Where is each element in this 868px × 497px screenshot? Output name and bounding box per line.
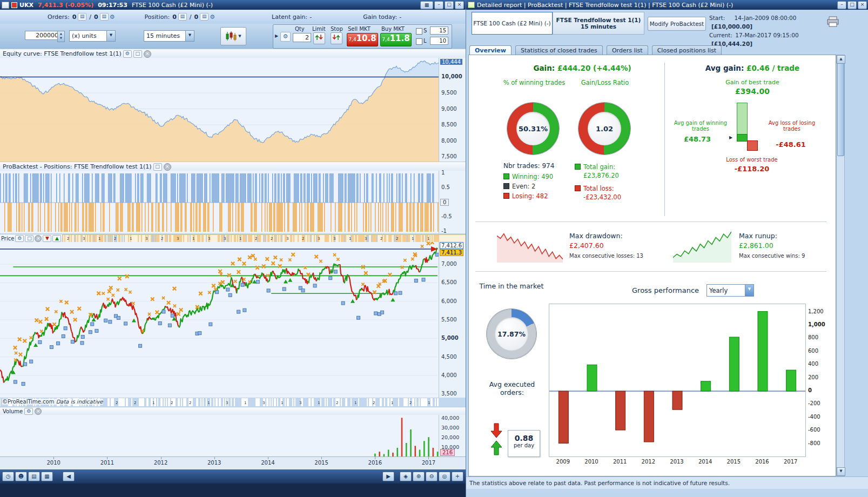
order-settings-icon[interactable]: ⚙: [280, 32, 291, 42]
print-icon[interactable]: [827, 16, 839, 29]
chevron-down-icon[interactable]: ▼: [185, 31, 194, 41]
close-button[interactable]: ×: [455, 1, 464, 9]
strategy-selector[interactable]: FTSE Trendfollow test 1(1) 15 minutes: [553, 12, 644, 35]
close-icon[interactable]: ×: [35, 235, 42, 242]
scroll-down-button[interactable]: ▼: [837, 467, 845, 476]
crosshair-icon[interactable]: +: [452, 472, 463, 481]
quantity-stepper[interactable]: ▲▼: [57, 31, 65, 42]
orders-list-icon[interactable]: ▤: [78, 13, 86, 21]
chevron-down-icon[interactable]: ▼: [106, 31, 115, 41]
axis-label: 6,500: [441, 279, 457, 285]
zoom-in-icon[interactable]: ⊕: [413, 472, 425, 481]
buy-arrow-icon[interactable]: ▲: [52, 235, 61, 242]
report-window-icon: [468, 2, 475, 8]
position-count-2: 0: [194, 14, 199, 21]
equity-chart[interactable]: [0, 58, 439, 162]
svg-text:3: 3: [224, 237, 226, 241]
pan-icon[interactable]: ◈: [400, 472, 412, 481]
sell-arrow-icon[interactable]: ▼: [43, 235, 51, 242]
equity-panel-title: Equity curve: FTSE Trendfollow test 1(1): [3, 50, 122, 57]
volume-chart[interactable]: [0, 415, 439, 456]
avg-win-label: Avg gain of winning trades: [668, 120, 734, 132]
units-dropdown[interactable]: (x) units ▼: [69, 30, 116, 42]
maximize-button[interactable]: □: [445, 1, 454, 9]
close-icon[interactable]: ×: [144, 50, 151, 58]
avg-orders-value: 0.88: [508, 434, 540, 442]
chart-toolbar: ▲▼ (x) units ▼ 15 minutes ▼ ▼ ▶ ⚙ Qty Li…: [0, 24, 466, 49]
svg-text:2: 2: [373, 401, 375, 405]
price-chart[interactable]: [0, 242, 439, 398]
wrench-icon[interactable]: ⚙: [123, 50, 132, 58]
zoom-out-icon[interactable]: ⊖: [426, 472, 438, 481]
gp-xtick: 2015: [727, 459, 741, 465]
close-icon[interactable]: ×: [164, 163, 171, 171]
quantity-input[interactable]: [25, 31, 60, 40]
divider-vertical: [664, 63, 665, 216]
position-list-icon-2[interactable]: ▤: [200, 13, 208, 21]
positions-bars-svg: [0, 171, 439, 233]
best-trade-value: £394.00: [696, 87, 809, 96]
scroll-up-button[interactable]: ▲: [837, 55, 845, 64]
qty-input[interactable]: [293, 33, 311, 42]
close-icon[interactable]: ×: [35, 408, 42, 415]
orders-list-icon-2[interactable]: ▤: [100, 13, 109, 21]
popup-window-icon[interactable]: □: [153, 163, 162, 171]
position-settings-icon[interactable]: ⚙: [210, 14, 215, 21]
sell-mkt-label: Sell MKT: [348, 26, 371, 32]
period-dropdown[interactable]: Yearly ▼: [706, 284, 754, 297]
report-scrollbar[interactable]: ▲ ▼: [836, 55, 845, 476]
start-datetime: 14-Jan-2009 08:00:00: [735, 15, 797, 21]
collapse-arrow-icon[interactable]: ▶: [275, 33, 278, 38]
news-icon[interactable]: ▤: [28, 472, 40, 481]
positions-chart[interactable]: [0, 171, 439, 233]
gross-performance-plot: [549, 304, 806, 457]
calendar-icon[interactable]: ◷: [2, 472, 14, 481]
keyboard-icon[interactable]: ▦: [420, 1, 433, 9]
sell-mkt-button[interactable]: 7,4 10.8: [347, 33, 378, 46]
stop-checkbox[interactable]: [416, 28, 422, 35]
max-runup-value: £2,861.00: [739, 241, 773, 250]
scrollbar-thumb[interactable]: [837, 63, 844, 156]
person-icon[interactable]: ☻: [15, 472, 27, 481]
gp-xtick: 2010: [584, 459, 598, 465]
report-titlebar[interactable]: Detailed report | ProBacktest | FTSE Tre…: [466, 0, 868, 10]
timeframe-dropdown[interactable]: 15 minutes ▼: [144, 30, 194, 42]
legend-losing: Losing: 482: [503, 192, 548, 200]
trade-count-strip-svg: 231213231331223233132211: [63, 235, 440, 242]
report-titlebar-text: Detailed report | ProBacktest | FTSE Tre…: [477, 2, 733, 9]
chart-window-titlebar[interactable]: UKX 7,411.3 (-0.05%) 09:17:53 FTSE 100 C…: [0, 0, 466, 10]
popup-window-icon[interactable]: □: [25, 235, 33, 242]
axis-tick: [428, 457, 429, 459]
scroll-right-button[interactable]: ▶: [382, 472, 394, 481]
wrench-icon[interactable]: ⚙: [15, 235, 24, 242]
maximize-button[interactable]: □: [847, 1, 857, 9]
axis-label: 20,000: [441, 434, 459, 440]
close-button[interactable]: ×: [858, 1, 867, 9]
avg-gain-value: £0.46 / trade: [746, 64, 799, 72]
minimize-button[interactable]: –: [837, 1, 846, 9]
limit-checkbox[interactable]: [416, 38, 422, 45]
position-list-icon[interactable]: ▤: [178, 13, 187, 21]
minimize-button[interactable]: –: [434, 1, 443, 9]
chart-type-button[interactable]: ▼: [220, 27, 246, 45]
stop-points-input[interactable]: [430, 26, 448, 35]
scroll-left-button[interactable]: ◀: [63, 472, 75, 481]
year-label: 2011: [100, 460, 114, 466]
losing-swatch: [503, 193, 509, 199]
orders-settings-icon[interactable]: ⚙: [110, 14, 115, 21]
svg-text:3: 3: [83, 237, 85, 241]
wrench-icon[interactable]: ⚙: [24, 408, 33, 415]
axis-label: 3,500: [441, 391, 457, 397]
limit-order-icon[interactable]: [313, 32, 325, 44]
limit-label: Limit: [312, 26, 326, 32]
instrument-selector[interactable]: FTSE 100 Cash (£2 Mini) (-): [472, 12, 553, 35]
modify-probacktest-button[interactable]: Modify ProBacktest: [648, 17, 706, 31]
limit-points-input[interactable]: [430, 37, 448, 45]
stop-order-icon[interactable]: [331, 32, 342, 44]
zoom-reset-icon[interactable]: ◎: [439, 472, 450, 481]
chevron-down-icon[interactable]: ▼: [745, 285, 753, 296]
buy-mkt-button[interactable]: 7,4 11.8: [380, 33, 412, 46]
popup-window-icon[interactable]: □: [133, 50, 142, 58]
svg-text:1: 1: [318, 401, 320, 405]
table-icon[interactable]: ▦: [41, 472, 53, 481]
